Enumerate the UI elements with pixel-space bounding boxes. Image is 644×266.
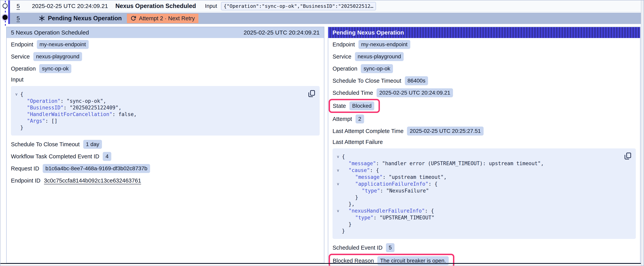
field-label: Operation [332,66,357,72]
field-label: Endpoint [11,41,33,48]
field-schedule-to-close-timeout: Schedule To Close Timeout1 day [11,138,320,150]
field-value-chip: 2025-02-25 UTC 20:25:27.51 [407,127,484,136]
json-key: "applicationFailureInfo" [355,181,428,187]
scheduled-event-detail-panel: 5 Nexus Operation Scheduled 2025-02-25 U… [6,27,324,263]
scrollbar-track[interactable] [641,1,644,265]
asterisk-icon [38,15,45,22]
retry-status-badge: Attempt 2 · Next Retry [127,14,198,23]
copy-icon[interactable] [624,152,632,160]
json-value: : "sync-op-ok", [60,98,106,104]
viewport-bottom-edge [0,263,641,264]
json-value: : { [370,167,379,173]
event-title: Nexus Operation Scheduled [116,3,196,10]
chevron-down-icon[interactable] [15,91,18,98]
json-punctuation: }, [348,201,354,207]
copy-icon[interactable] [308,89,316,98]
field-endpoint: Endpointmy-nexus-endpoint [332,39,636,51]
json-punctuation: } [20,125,24,130]
field-last-attempt-complete-time: Last Attempt Complete Time2025-02-25 UTC… [332,125,636,137]
json-key: "BusinessID" [27,105,64,111]
json-key: "Operation" [27,98,60,104]
json-value: : "upstream timeout", [382,174,447,180]
field-operation: Operationsync-op-ok [332,63,636,75]
field-label: Last Attempt Failure [332,139,383,145]
json-line: "applicationFailureInfo": { [334,180,632,187]
field-schedule-to-close-timeout: Schedule To Close Timeout86400s [332,75,636,87]
json-key: "nexusHandlerFailureInfo" [348,208,425,214]
field-value-chip: my-nexus-endpoint [37,40,89,49]
json-punctuation: } [348,221,352,227]
annotation-highlight-blocked-reason: Blocked ReasonThe circuit breaker is ope… [329,254,454,266]
json-key: "cause" [348,167,370,173]
json-value: : [] [45,118,58,124]
retry-badge-label: Attempt 2 · Next Retry [139,15,195,22]
field-label: Schedule To Close Timeout [332,78,401,84]
event-timestamp: 2025-02-25 UTC 20:24:09.21 [32,3,108,9]
field-blocked-reason: Blocked ReasonThe circuit breaker is ope… [333,255,449,266]
event-input-preview-badge[interactable]: {"Operation":"sync-op-ok","BusinessID":"… [221,2,376,10]
field-endpoint: Endpointmy-nexus-endpoint [11,39,320,51]
json-key: "type" [355,215,374,220]
field-label: Endpoint ID [11,177,40,184]
panel-title: 5 Nexus Operation Scheduled [11,29,89,36]
json-line: } [334,227,632,234]
json-key: "Args" [27,118,45,124]
json-key: "HandlerWaitForCancellation" [27,111,112,117]
field-value-chip: 1 day [83,140,102,149]
event-title: Pending Nexus Operation [48,15,122,22]
event-row-nexus-operation-scheduled[interactable]: 5 2025-02-25 UTC 20:24:09.21 Nexus Opera… [10,1,641,12]
json-key: "message" [348,160,376,166]
field-attempt: Attempt2 [332,113,636,125]
field-value-chip: 2 [356,114,364,123]
event-row-pending-nexus-operation[interactable]: 5 Pending Nexus Operation Attempt 2 · Ne… [10,13,641,24]
json-line: "Operation": "sync-op-ok", [13,98,316,104]
chevron-down-icon[interactable] [337,153,339,160]
event-id-link[interactable]: 5 [16,15,20,22]
event-detail-panels: 5 Nexus Operation Scheduled 2025-02-25 U… [6,27,640,263]
json-line: { [13,91,316,98]
field-value-chip: sync-op-ok [39,64,71,73]
json-value: : "NexusFailure" [380,188,429,194]
field-value-chip: 2025-02-25 UTC 20:24:09.21 [376,88,453,97]
chevron-down-icon[interactable] [337,208,339,214]
field-endpoint-id: Endpoint ID3c0c75ccfa8144b092c13ce632463… [11,174,320,187]
retry-icon [130,16,136,21]
field-value-link[interactable]: 3c0c75ccfa8144b092c13ce632463761 [44,177,141,184]
panel-timestamp: 2025-02-25 UTC 20:24:09.21 [244,29,320,36]
field-label: Schedule To Close Timeout [11,141,80,148]
field-label: Service [332,54,352,60]
field-value-chip: b1c6a4bc-8ee7-468a-9169-df3b02c8737b [43,164,150,173]
json-key: "message" [355,174,382,180]
field-value-chip: Blocked [350,101,374,110]
field-label: Scheduled Event ID [332,244,382,251]
field-last-attempt-failure: Last Attempt Failure [332,137,636,147]
field-value-chip: nexus-playground [33,52,82,61]
field-value-chip: nexus-playground [355,52,404,61]
field-service: Servicenexus-playground [332,51,636,63]
json-line: } [334,194,632,201]
field-label: Last Attempt Complete Time [332,128,404,134]
field-value-chip: my-nexus-endpoint [358,40,410,49]
event-input-label: Input [205,3,217,9]
json-line: { [334,153,632,160]
field-state: StateBlocked [333,100,374,111]
chevron-down-icon[interactable] [337,181,339,187]
json-line: } [334,221,632,227]
field-label: Workflow Task Completed Event ID [11,153,99,160]
event-id-link[interactable]: 5 [16,3,20,9]
field-value-chip: 5 [386,243,394,252]
json-value: : "handler error (UPSTREAM_TIMEOUT): ups… [376,160,544,166]
chevron-down-icon[interactable] [337,167,339,174]
json-value: : { [428,181,438,187]
field-workflow-task-completed-event-id: Workflow Task Completed Event ID4 [11,150,320,162]
json-line: "HandlerWaitForCancellation": false, [13,111,316,118]
temporal-workflow-history-view: 5 2025-02-25 UTC 20:24:09.21 Nexus Opera… [0,0,644,266]
field-value-chip: sync-op-ok [361,64,393,73]
pending-panel-body: Endpointmy-nexus-endpointServicenexus-pl… [328,38,640,266]
field-label: State [333,103,346,109]
event-list: 5 2025-02-25 UTC 20:24:09.21 Nexus Opera… [10,1,641,24]
json-value: : "20250225122409", [64,105,122,111]
field-label: Attempt [332,116,352,122]
json-value: : { [425,208,434,214]
json-line: }, [334,201,632,207]
